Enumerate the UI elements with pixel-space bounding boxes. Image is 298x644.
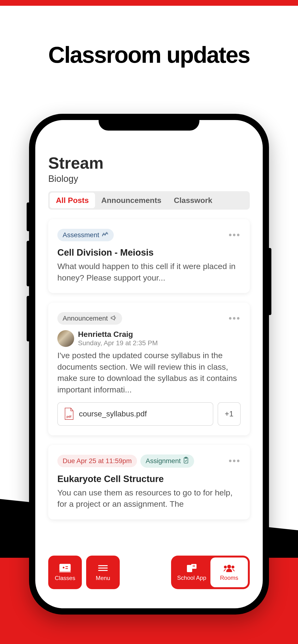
attachment-name: course_syllabus.pdf xyxy=(79,410,147,418)
megaphone-icon xyxy=(110,314,117,322)
nav-label: Rooms xyxy=(220,574,238,581)
page-subtitle: Biology xyxy=(48,174,250,184)
svg-point-7 xyxy=(227,565,231,568)
post-card[interactable]: Due Apr 25 at 11:59pm Assignment ••• Euk… xyxy=(48,445,250,520)
svg-point-9 xyxy=(232,566,234,568)
nav-label: School App xyxy=(177,574,206,581)
rooms-tab[interactable]: Rooms xyxy=(210,558,248,587)
top-accent-bar xyxy=(0,0,298,6)
nav-label: Menu xyxy=(96,575,110,582)
post-card[interactable]: Announcement ••• Henrietta Craig Sunday,… xyxy=(48,302,250,435)
post-body: What would happen to this cell if it wer… xyxy=(57,261,241,284)
assessment-icon xyxy=(102,231,108,239)
more-count: +1 xyxy=(225,410,233,418)
menu-button[interactable]: Menu xyxy=(86,556,120,589)
pdf-icon: pdf xyxy=(64,408,74,420)
school-app-tab[interactable]: School App xyxy=(173,558,210,587)
chip-label: Assessment xyxy=(63,231,99,239)
post-title: Eukaryote Cell Structure xyxy=(57,474,241,484)
app-switcher: School App Rooms xyxy=(171,556,250,589)
post-body: You can use them as resources to go to f… xyxy=(57,487,241,510)
assignment-chip: Assignment xyxy=(140,454,194,468)
chip-label: Assignment xyxy=(146,457,181,465)
bottom-navigation: Classes Menu School App xyxy=(48,556,250,589)
assessment-chip: Assessment xyxy=(57,229,114,241)
post-card[interactable]: Assessment ••• Cell Division - Meiosis W… xyxy=(48,219,250,293)
classes-button[interactable]: Classes xyxy=(48,556,82,589)
author-name: Henrietta Craig xyxy=(78,330,158,339)
people-icon xyxy=(222,564,236,573)
post-menu-button[interactable]: ••• xyxy=(229,456,241,466)
phone-mockup: Stream Biology All Posts Announcements C… xyxy=(29,114,269,614)
nav-label: Classes xyxy=(55,575,75,582)
hamburger-icon xyxy=(96,563,110,573)
announcement-chip: Announcement xyxy=(57,312,122,325)
post-menu-button[interactable]: ••• xyxy=(229,314,241,324)
svg-point-4 xyxy=(62,566,65,569)
classes-icon xyxy=(58,563,72,573)
post-menu-button[interactable]: ••• xyxy=(229,230,241,240)
due-date-pill: Due Apr 25 at 11:59pm xyxy=(57,455,137,467)
author-avatar xyxy=(57,330,74,347)
tab-all-posts[interactable]: All Posts xyxy=(50,192,95,208)
tab-classwork[interactable]: Classwork xyxy=(168,192,219,208)
tab-announcements[interactable]: Announcements xyxy=(95,192,168,208)
school-app-icon xyxy=(185,564,198,573)
chip-label: Announcement xyxy=(63,314,108,322)
hero-title: Classroom updates xyxy=(0,42,298,68)
svg-point-8 xyxy=(224,566,227,568)
svg-text:pdf: pdf xyxy=(66,415,72,418)
attachment-file[interactable]: pdf course_syllabus.pdf xyxy=(57,402,213,426)
page-title: Stream xyxy=(48,154,250,172)
svg-rect-1 xyxy=(184,458,188,463)
filter-tabs: All Posts Announcements Classwork xyxy=(48,191,250,210)
post-timestamp: Sunday, Apr 19 at 2:35 PM xyxy=(78,339,158,347)
clipboard-icon xyxy=(183,457,189,465)
post-title: Cell Division - Meiosis xyxy=(57,248,241,258)
more-attachments-button[interactable]: +1 xyxy=(218,402,241,426)
post-body: I've posted the updated course syllabus … xyxy=(57,350,241,395)
